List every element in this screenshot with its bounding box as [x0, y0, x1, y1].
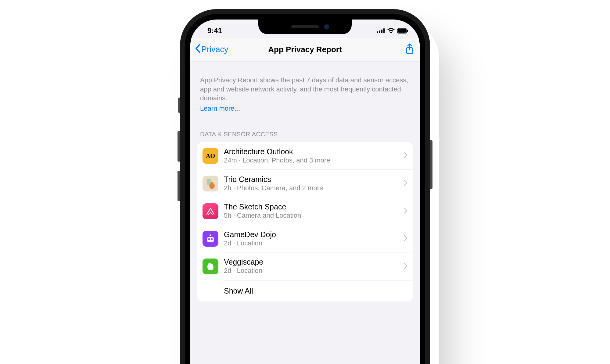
app-access-summary: 5h · Camera and Location — [224, 211, 398, 220]
app-name: The Sketch Space — [224, 202, 398, 211]
svg-rect-2 — [381, 30, 382, 33]
app-row-gamedev-dojo[interactable]: GameDev Dojo 2d · Location — [197, 225, 413, 253]
app-row-trio-ceramics[interactable]: Trio Ceramics 2h · Photos, Camera, and 2… — [197, 170, 413, 198]
svg-rect-6 — [407, 30, 408, 32]
page-title: App Privacy Report — [268, 45, 342, 54]
wifi-icon — [387, 28, 395, 34]
content-scroll-view[interactable]: App Privacy Report shows the past 7 days… — [190, 62, 420, 364]
chevron-right-icon — [404, 263, 407, 270]
chevron-right-icon — [404, 180, 407, 187]
app-row-the-sketch-space[interactable]: The Sketch Space 5h · Camera and Locatio… — [197, 197, 413, 225]
chevron-right-icon — [404, 235, 407, 242]
battery-icon — [397, 28, 408, 34]
back-button[interactable]: Privacy — [195, 38, 228, 61]
learn-more-link[interactable]: Learn more… — [200, 105, 410, 112]
device-frame: 9:41 — [180, 9, 430, 364]
show-all-button[interactable]: Show All — [197, 280, 413, 302]
navigation-bar: Privacy App Privacy Report — [190, 38, 420, 62]
svg-rect-5 — [398, 29, 406, 33]
front-camera — [324, 24, 329, 29]
svg-point-11 — [210, 234, 211, 236]
svg-rect-13 — [208, 238, 210, 240]
share-icon — [405, 43, 414, 56]
svg-rect-1 — [379, 30, 380, 33]
app-access-summary: 2h · Photos, Camera, and 2 more — [224, 184, 398, 193]
app-access-summary: 24m · Location, Photos, and 3 more — [224, 156, 398, 165]
chevron-right-icon — [404, 152, 407, 159]
app-name: Veggiscape — [224, 257, 398, 266]
data-sensor-access-list: AO Architecture Outlook 24m · Location, … — [197, 142, 413, 302]
earpiece-speaker — [291, 25, 319, 28]
status-time: 9:41 — [199, 27, 222, 35]
intro-description: App Privacy Report shows the past 7 days… — [200, 76, 410, 103]
app-icon-veggiscape — [203, 259, 218, 274]
app-icon-the-sketch-space — [203, 203, 218, 219]
cellular-signal-icon — [377, 28, 385, 33]
app-icon-architecture-outlook: AO — [203, 148, 218, 164]
app-name: Trio Ceramics — [224, 175, 398, 184]
intro-section: App Privacy Report shows the past 7 days… — [190, 62, 420, 119]
notch — [258, 20, 352, 34]
app-row-veggiscape[interactable]: Veggiscape 2d · Location — [197, 252, 413, 280]
app-name: GameDev Dojo — [224, 230, 398, 239]
back-button-label: Privacy — [201, 45, 228, 54]
svg-rect-14 — [211, 238, 213, 240]
svg-rect-10 — [211, 182, 213, 184]
app-name: Architecture Outlook — [224, 147, 398, 156]
share-button[interactable] — [405, 38, 414, 61]
screen: 9:41 — [190, 20, 420, 364]
chevron-right-icon — [404, 208, 407, 215]
svg-rect-0 — [377, 31, 378, 33]
show-all-label: Show All — [203, 286, 253, 295]
svg-rect-12 — [207, 237, 214, 242]
app-icon-gamedev-dojo — [203, 231, 218, 247]
app-access-summary: 2d · Location — [224, 266, 398, 275]
section-header-data-sensor: DATA & SENSOR ACCESS — [190, 119, 420, 142]
app-row-architecture-outlook[interactable]: AO Architecture Outlook 24m · Location, … — [197, 142, 413, 170]
app-access-summary: 2d · Location — [224, 239, 398, 248]
svg-rect-3 — [383, 28, 385, 33]
app-icon-trio-ceramics — [203, 176, 218, 191]
chevron-left-icon — [195, 44, 201, 55]
